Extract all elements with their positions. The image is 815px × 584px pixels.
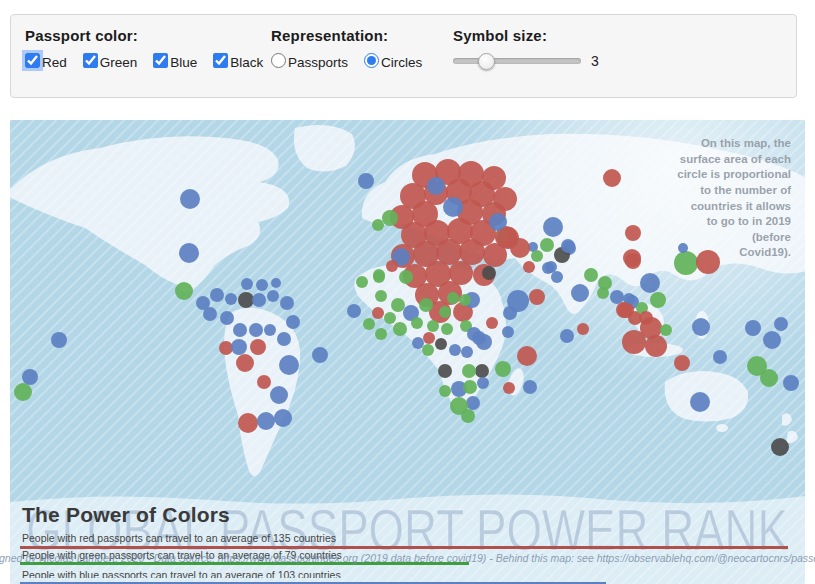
blue-checkbox-option[interactable]: Blue (153, 53, 197, 70)
country-circle[interactable] (274, 409, 292, 427)
country-circle[interactable] (180, 189, 200, 209)
passports-radio[interactable] (271, 53, 286, 68)
red-checkbox[interactable] (25, 53, 40, 68)
country-circle[interactable] (238, 413, 258, 433)
country-circle[interactable] (771, 438, 789, 456)
country-circle[interactable] (660, 324, 672, 336)
country-circle[interactable] (231, 339, 247, 355)
country-circle[interactable] (412, 337, 424, 349)
country-circle[interactable] (523, 261, 535, 273)
country-circle[interactable] (372, 307, 384, 319)
country-circle[interactable] (783, 375, 799, 391)
country-circle[interactable] (443, 197, 463, 217)
country-circle[interactable] (271, 278, 281, 288)
country-circle[interactable] (459, 239, 485, 265)
country-circle[interactable] (175, 282, 193, 300)
country-circle[interactable] (203, 307, 217, 321)
country-circle[interactable] (447, 292, 459, 304)
country-circle[interactable] (674, 355, 690, 371)
country-circle[interactable] (774, 317, 788, 331)
green-checkbox-option[interactable]: Green (83, 53, 138, 70)
country-circle[interactable] (372, 219, 384, 231)
country-circle[interactable] (386, 260, 398, 272)
country-circle[interactable] (476, 334, 492, 350)
country-circle[interactable] (256, 279, 268, 291)
country-circle[interactable] (286, 315, 300, 329)
country-circle[interactable] (622, 330, 646, 354)
country-circle[interactable] (486, 317, 498, 329)
country-circle[interactable] (393, 322, 407, 336)
country-circle[interactable] (356, 276, 368, 288)
country-circle[interactable] (650, 292, 666, 308)
country-circle[interactable] (551, 271, 563, 283)
country-circle[interactable] (597, 287, 609, 299)
country-circle[interactable] (411, 317, 423, 329)
country-circle[interactable] (616, 302, 632, 318)
country-circle[interactable] (249, 323, 263, 337)
country-circle[interactable] (22, 369, 38, 385)
country-circle[interactable] (449, 344, 461, 356)
country-circle[interactable] (358, 173, 374, 189)
country-circle[interactable] (257, 375, 271, 389)
country-circle[interactable] (270, 386, 288, 404)
country-circle[interactable] (435, 338, 447, 350)
blue-checkbox[interactable] (153, 53, 168, 68)
country-circle[interactable] (279, 355, 299, 375)
country-circle[interactable] (610, 290, 624, 304)
country-circle[interactable] (419, 298, 433, 312)
country-circle[interactable] (543, 217, 563, 237)
country-circle[interactable] (312, 347, 328, 363)
red-checkbox-option[interactable]: Red (25, 53, 67, 70)
country-circle[interactable] (692, 318, 710, 336)
country-circle[interactable] (225, 293, 237, 305)
country-circle[interactable] (461, 346, 473, 358)
country-circle[interactable] (422, 344, 434, 356)
country-circle[interactable] (560, 329, 574, 343)
country-circle[interactable] (427, 320, 439, 332)
country-circle[interactable] (210, 288, 224, 302)
black-checkbox-option[interactable]: Black (213, 53, 263, 70)
country-circle[interactable] (495, 361, 511, 377)
country-circle[interactable] (529, 289, 545, 305)
country-circle[interactable] (375, 290, 387, 302)
country-circle[interactable] (238, 292, 254, 308)
country-circle[interactable] (14, 383, 32, 401)
country-circle[interactable] (517, 346, 537, 366)
country-circle[interactable] (391, 298, 405, 312)
country-circle[interactable] (427, 177, 445, 195)
country-circle[interactable] (423, 332, 435, 344)
country-circle[interactable] (436, 239, 462, 265)
country-circle[interactable] (690, 392, 710, 412)
country-circle[interactable] (462, 364, 476, 378)
country-circle[interactable] (399, 270, 413, 284)
country-circle[interactable] (264, 324, 276, 336)
world-map[interactable]: GLOBAL PASSPORT POWER RANK On this map, … (10, 120, 805, 584)
country-circle[interactable] (510, 238, 530, 258)
country-circle[interactable] (540, 238, 554, 252)
country-circle[interactable] (760, 369, 778, 387)
country-circle[interactable] (441, 323, 453, 335)
country-circle[interactable] (439, 306, 451, 318)
country-circle[interactable] (179, 243, 199, 263)
country-circle[interactable] (438, 364, 452, 378)
circles-radio[interactable] (364, 53, 379, 68)
country-circle[interactable] (475, 364, 489, 378)
country-circle[interactable] (745, 320, 761, 336)
country-circle[interactable] (502, 326, 514, 338)
country-circle[interactable] (236, 354, 254, 372)
symbol-size-slider[interactable] (453, 58, 581, 64)
country-circle[interactable] (577, 323, 589, 335)
passports-radio-option[interactable]: Passports (271, 53, 348, 70)
country-circle[interactable] (384, 312, 396, 324)
country-circle[interactable] (219, 341, 233, 355)
country-circle[interactable] (639, 311, 653, 325)
country-circle[interactable] (375, 328, 387, 340)
country-circle[interactable] (561, 239, 575, 253)
country-circle[interactable] (482, 266, 496, 280)
green-checkbox[interactable] (83, 53, 98, 68)
country-circle[interactable] (645, 335, 667, 357)
country-circle[interactable] (507, 290, 529, 312)
country-circle[interactable] (463, 380, 477, 394)
country-circle[interactable] (277, 332, 291, 346)
country-circle[interactable] (459, 294, 471, 306)
